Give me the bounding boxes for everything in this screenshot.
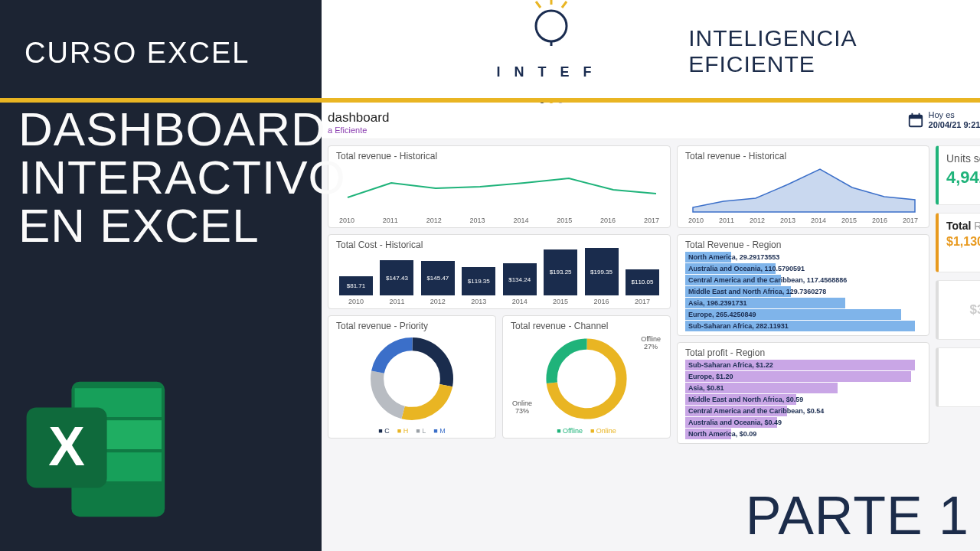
svg-text:X: X [48,416,85,477]
dashboard-header: dashboard a Eficiente Hoy es 20/04/21 9:… [322,107,980,139]
svg-line-11 [562,2,567,8]
svg-rect-15 [918,112,920,116]
offline-pct-label: Offline27% [641,336,661,351]
svg-rect-13 [909,115,922,119]
chart-revenue-region-bars: Total Revenue - Region North America, 29… [677,234,929,336]
course-title: DASHBOARD INTERACTIVO EN EXCEL [18,105,322,250]
kpi-total-cost: Total Co [936,347,980,407]
dashboard: dashboard a Eficiente Hoy es 20/04/21 9:… [322,107,980,551]
chart-revenue-priority-donut: Total revenue - Priority CHLM [328,315,496,439]
excel-logo-icon: X [17,369,178,530]
course-eyebrow: CURSO EXCEL [24,37,322,70]
online-pct-label: Online73% [512,400,532,416]
svg-rect-4 [75,484,162,514]
svg-line-9 [536,2,541,8]
today-date: Hoy es 20/04/21 9:21 PM [907,110,980,129]
chart-revenue-channel-donut: Total revenue - Channel Offline27% Onlin… [502,315,671,439]
dashboard-subtitle: a Eficiente [328,126,389,135]
kpi-total-revenue: Total Revenue $1,130,847,279. [936,213,980,272]
brand-full-name: INTELIGENCIA EFICIENTE [688,25,980,77]
brand-strip: INTEF INTELIGENCIA EFICIENTE [322,0,980,103]
chart-total-cost-historical: Total Cost - Historical $81.712010$147.4… [328,234,671,309]
svg-rect-14 [911,112,913,116]
lightbulb-icon [521,0,582,49]
intef-logo-block: INTEF [429,0,673,103]
chart-revenue-historical-line: Total revenue - Historical 2010201120122… [328,145,671,228]
svg-point-7 [536,11,567,41]
course-promo-panel: CURSO EXCEL DASHBOARD INTERACTIVO EN EXC… [0,0,322,551]
chart-revenue-historical-area: Total revenue - Historical 2010201120122… [677,145,929,228]
brand-acronym: INTEF [497,64,606,80]
kpi-units-sold: Units sold 4,942,765 [936,145,980,205]
kpi-total-profit: Total Pro $322,629,7 [936,280,980,340]
accent-rule [0,98,980,103]
chart-profit-region-bars: Total profit - Region Sub-Saharan Africa… [677,342,929,444]
dashboard-title: dashboard [328,110,389,126]
calendar-icon [907,112,924,129]
part-label: PARTE 1 [746,485,969,546]
